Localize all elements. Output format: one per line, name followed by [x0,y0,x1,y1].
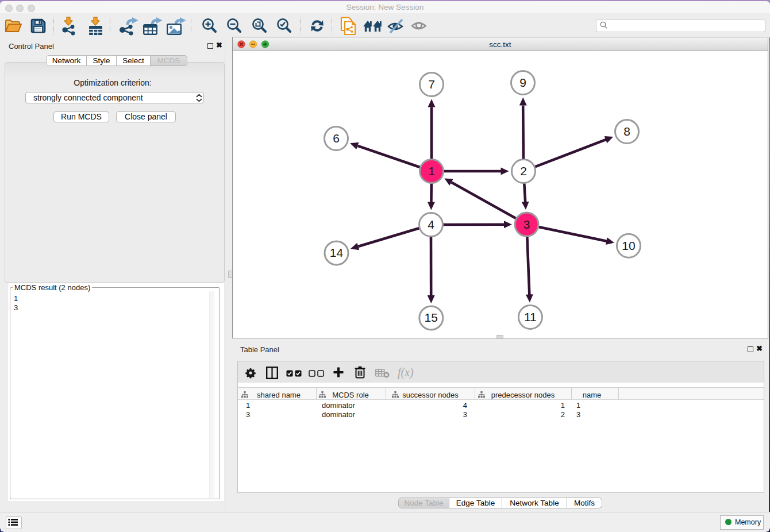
svg-text:14: 14 [330,246,344,259]
svg-text:15: 15 [425,311,438,324]
svg-text:8: 8 [623,125,630,138]
svg-text:10: 10 [622,239,635,252]
svg-text:2: 2 [520,164,527,178]
svg-text:1: 1 [428,164,435,178]
svg-text:9: 9 [519,76,526,89]
svg-text:4: 4 [428,218,434,231]
svg-text:3: 3 [523,218,530,231]
svg-text:6: 6 [333,132,340,145]
svg-text:11: 11 [524,310,537,323]
svg-text:7: 7 [428,78,435,91]
